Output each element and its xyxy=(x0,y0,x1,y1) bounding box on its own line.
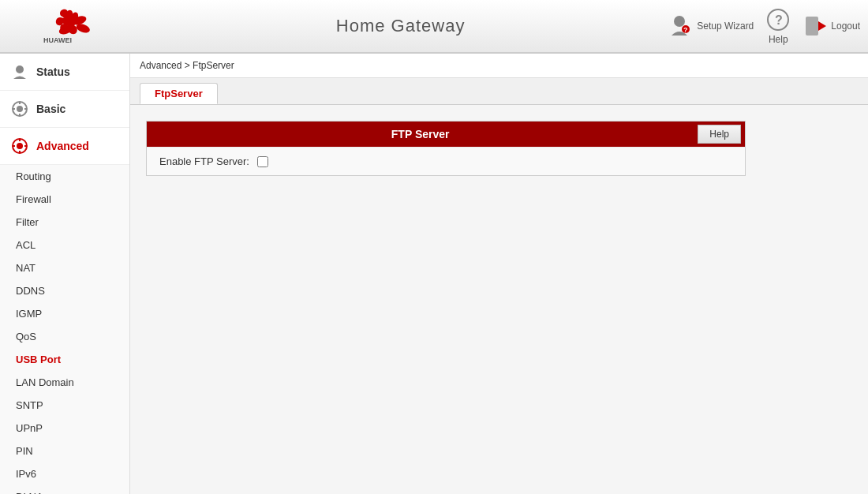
ftp-help-button[interactable]: Help xyxy=(698,125,741,144)
advanced-subitems: Routing Firewall Filter ACL NAT DDNS IGM… xyxy=(0,165,129,494)
help-icon: ? xyxy=(765,7,791,32)
sidebar-item-ipv6[interactable]: IPv6 xyxy=(0,462,129,485)
sidebar-item-acl[interactable]: ACL xyxy=(0,234,129,256)
setup-wizard-button[interactable]: ? Setup Wizard xyxy=(667,13,754,39)
svg-point-16 xyxy=(17,106,23,112)
svg-point-7 xyxy=(674,16,685,27)
svg-text:HUAWEI: HUAWEI xyxy=(43,36,72,44)
sidebar-item-sntp[interactable]: SNTP xyxy=(0,394,129,417)
tab-bar: FtpServer xyxy=(130,78,868,105)
svg-marker-13 xyxy=(818,21,826,31)
logo-area: HUAWEI xyxy=(8,6,134,46)
header-title: Home Gateway xyxy=(134,16,667,36)
content-area: FTP Server Help Enable FTP Server: xyxy=(130,105,868,192)
sidebar-item-qos[interactable]: QoS xyxy=(0,325,129,348)
sidebar-item-usb-port[interactable]: USB Port xyxy=(0,348,129,371)
header: HUAWEI Home Gateway ? Setup Wizard ? Hel… xyxy=(0,0,868,54)
ftp-enable-checkbox[interactable] xyxy=(257,156,268,167)
basic-icon xyxy=(9,99,30,119)
setup-wizard-label: Setup Wizard xyxy=(697,21,754,32)
sidebar-item-basic[interactable]: Basic xyxy=(0,91,129,128)
sidebar-item-upnp[interactable]: UPnP xyxy=(0,417,129,440)
ftp-panel: FTP Server Help Enable FTP Server: xyxy=(146,121,746,176)
sidebar-item-routing[interactable]: Routing xyxy=(0,165,129,188)
status-icon xyxy=(9,62,30,82)
help-button[interactable]: ? Help xyxy=(765,7,791,45)
ftp-panel-header: FTP Server Help xyxy=(147,122,745,147)
breadcrumb-parent: Advanced xyxy=(140,60,181,71)
logout-label: Logout xyxy=(831,21,860,32)
svg-point-14 xyxy=(16,65,24,73)
sidebar-basic-label: Basic xyxy=(36,103,65,115)
sidebar-item-advanced[interactable]: Advanced xyxy=(0,128,129,165)
breadcrumb-separator: > xyxy=(185,60,193,71)
sidebar-item-igmp[interactable]: IGMP xyxy=(0,302,129,325)
sidebar-item-dlna[interactable]: DLNA xyxy=(0,485,129,494)
breadcrumb: Advanced > FtpServer xyxy=(130,54,868,78)
sidebar-item-nat[interactable]: NAT xyxy=(0,256,129,279)
ftp-enable-row: Enable FTP Server: xyxy=(147,147,745,175)
svg-text:?: ? xyxy=(775,13,783,27)
ftp-panel-title: FTP Server xyxy=(147,122,694,147)
ftp-enable-label: Enable FTP Server: xyxy=(159,155,249,167)
advanced-icon xyxy=(9,136,30,156)
setup-wizard-icon: ? xyxy=(667,13,692,39)
sidebar-item-lan-domain[interactable]: LAN Domain xyxy=(0,371,129,394)
sidebar-item-pin[interactable]: PIN xyxy=(0,440,129,462)
sidebar: Status Basic xyxy=(0,54,130,494)
logout-icon xyxy=(803,13,828,39)
huawei-logo: HUAWEI xyxy=(39,6,103,46)
logout-button[interactable]: Logout xyxy=(803,13,860,39)
svg-point-22 xyxy=(17,143,23,149)
main-layout: Status Basic xyxy=(0,54,868,494)
sidebar-status-label: Status xyxy=(36,65,70,78)
tab-ftpserver[interactable]: FtpServer xyxy=(140,83,218,104)
main-content: Advanced > FtpServer FtpServer FTP Serve… xyxy=(130,54,868,494)
svg-rect-12 xyxy=(806,17,818,36)
breadcrumb-current: FtpServer xyxy=(193,60,234,71)
sidebar-item-status[interactable]: Status xyxy=(0,54,129,91)
sidebar-advanced-label: Advanced xyxy=(36,140,89,152)
sidebar-item-filter[interactable]: Filter xyxy=(0,211,129,234)
svg-text:?: ? xyxy=(683,26,688,34)
help-label: Help xyxy=(769,34,788,45)
sidebar-item-firewall[interactable]: Firewall xyxy=(0,188,129,211)
sidebar-item-ddns[interactable]: DDNS xyxy=(0,279,129,302)
